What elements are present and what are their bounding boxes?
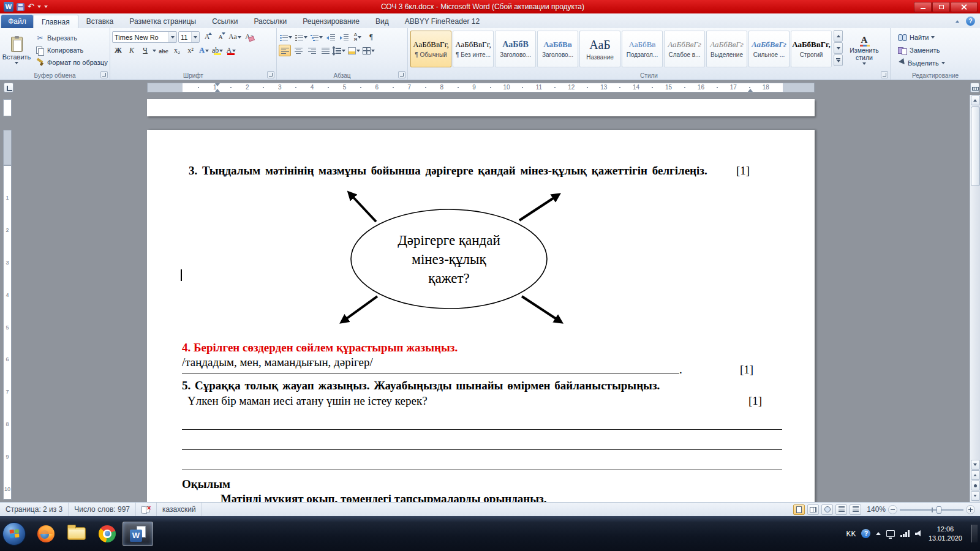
volume-tray-icon[interactable] — [915, 530, 923, 537]
style-emphasis[interactable]: АаБбВвГг Выделение — [706, 31, 747, 67]
clear-formatting-button[interactable]: Аа — [243, 31, 255, 43]
tab-view[interactable]: Вид — [368, 15, 397, 28]
start-button[interactable] — [2, 522, 26, 545]
word-count[interactable]: Число слов: 997 — [69, 503, 136, 516]
line-spacing-button[interactable] — [333, 45, 346, 56]
style-normal[interactable]: АаБбВвГг, ¶ Обычный — [410, 31, 451, 67]
show-marks-button[interactable]: ¶ — [365, 31, 377, 43]
taskbar-word-button[interactable]: W — [123, 522, 153, 546]
browse-object-button[interactable] — [971, 481, 980, 490]
ruler-toggle-button[interactable] — [970, 83, 979, 92]
chevron-down-icon[interactable] — [168, 32, 176, 42]
page-2[interactable]: 3. Тыңдалым мәтінінің мазмұны бойынша дә… — [147, 130, 815, 502]
taskbar-firefox-button[interactable] — [31, 522, 61, 546]
collapse-ribbon-icon[interactable] — [952, 17, 962, 26]
maximize-button[interactable] — [932, 2, 950, 12]
font-size-combo[interactable]: 11 — [178, 31, 200, 43]
zoom-slider[interactable] — [900, 505, 963, 514]
format-painter-button[interactable]: Формат по образцу — [34, 57, 110, 68]
web-layout-view-button[interactable] — [821, 504, 833, 515]
italic-button[interactable]: К — [126, 45, 138, 56]
tray-help-icon[interactable]: ? — [861, 529, 870, 538]
tab-abbyy[interactable]: ABBYY FineReader 12 — [397, 15, 488, 28]
page-indicator[interactable]: Страница: 2 из 3 — [0, 503, 69, 516]
show-desktop-button[interactable] — [971, 525, 978, 543]
taskbar-chrome-button[interactable] — [92, 522, 123, 546]
style-heading2[interactable]: АаБбВв Заголово... — [537, 31, 578, 67]
style-title[interactable]: АаБ Название — [579, 31, 620, 67]
increase-indent-button[interactable] — [338, 31, 350, 43]
help-icon[interactable]: ? — [966, 17, 975, 26]
cut-button[interactable]: ✂ Вырезать — [34, 32, 110, 43]
zoom-out-button[interactable] — [888, 505, 897, 514]
language-switcher[interactable]: KK — [846, 530, 856, 538]
show-hidden-icons-button[interactable] — [876, 532, 881, 535]
align-right-button[interactable] — [306, 45, 318, 56]
tab-file[interactable]: Файл — [1, 15, 33, 28]
zoom-level[interactable]: 140% — [864, 505, 886, 514]
styles-scroll-down-button[interactable] — [834, 42, 843, 54]
underline-dropdown-icon[interactable] — [153, 50, 156, 52]
copy-button[interactable]: Копировать — [34, 45, 110, 56]
taskbar-clock[interactable]: 12:06 13.01.2020 — [929, 525, 962, 543]
shading-button[interactable] — [347, 45, 361, 56]
language-indicator[interactable]: казахский — [157, 503, 202, 516]
select-button[interactable]: Выделить — [896, 58, 978, 69]
font-color-button[interactable]: А — [225, 45, 237, 56]
zoom-in-button[interactable] — [966, 505, 975, 514]
draft-view-button[interactable] — [850, 504, 861, 515]
right-indent-marker[interactable] — [748, 89, 753, 92]
subscript-button[interactable]: x₂ — [171, 45, 183, 56]
superscript-button[interactable]: x² — [184, 45, 197, 56]
tab-references[interactable]: Ссылки — [204, 15, 246, 28]
strikethrough-button[interactable]: abc — [157, 45, 170, 56]
borders-button[interactable] — [362, 45, 375, 56]
tab-mailings[interactable]: Рассылки — [246, 15, 295, 28]
tab-home[interactable]: Главная — [33, 15, 78, 28]
change-styles-button[interactable]: А Изменить стили — [845, 30, 883, 69]
undo-dropdown-icon[interactable] — [37, 6, 41, 8]
qat-customize-icon[interactable] — [44, 6, 48, 8]
save-icon[interactable] — [17, 3, 24, 11]
sort-button[interactable]: А Я — [352, 31, 364, 43]
styles-dialog-launcher-icon[interactable] — [881, 71, 888, 78]
next-page-button[interactable] — [971, 491, 980, 501]
fullscreen-view-button[interactable] — [807, 504, 819, 515]
underline-button[interactable]: Ч — [139, 45, 151, 56]
shrink-font-button[interactable]: А — [214, 31, 227, 43]
previous-page-button[interactable] — [971, 470, 980, 480]
styles-scroll-up-button[interactable] — [834, 30, 843, 42]
style-subtitle[interactable]: АаБбВв Подзагол... — [622, 31, 663, 67]
paragraph-dialog-launcher-icon[interactable] — [398, 71, 405, 78]
close-button[interactable] — [951, 2, 978, 12]
align-left-button[interactable] — [279, 45, 291, 56]
scroll-down-button[interactable] — [971, 460, 980, 470]
paste-button[interactable]: Вставить — [2, 30, 31, 70]
bold-button[interactable]: Ж — [112, 45, 124, 56]
word-app-icon[interactable]: W — [4, 2, 13, 12]
justify-button[interactable] — [319, 45, 331, 56]
style-no-spacing[interactable]: АаБбВвГг, ¶ Без инте... — [453, 31, 494, 67]
tab-insert[interactable]: Вставка — [78, 15, 122, 28]
vertical-scrollbar[interactable] — [970, 95, 980, 502]
tab-selector-button[interactable] — [4, 83, 13, 92]
decrease-indent-button[interactable] — [325, 31, 337, 43]
font-dialog-launcher-icon[interactable] — [267, 71, 274, 78]
outline-view-button[interactable] — [835, 504, 847, 515]
style-intense-emphasis[interactable]: АаБбВвГг Сильное ... — [748, 31, 790, 67]
network-tray-icon[interactable] — [900, 530, 910, 537]
style-heading1[interactable]: АаБбВ Заголово... — [495, 31, 536, 67]
tab-page-layout[interactable]: Разметка страницы — [121, 15, 204, 28]
horizontal-ruler[interactable]: 123456789101112131415161718 — [147, 83, 815, 92]
replace-button[interactable]: Заменить — [896, 45, 978, 56]
style-subtle-emphasis[interactable]: АаБбВвГг Слабое в... — [664, 31, 705, 67]
highlight-button[interactable]: ab — [211, 45, 224, 56]
display-tray-icon[interactable] — [886, 530, 895, 537]
undo-icon[interactable]: ↶ — [28, 2, 34, 11]
scroll-up-button[interactable] — [971, 96, 980, 105]
grow-font-button[interactable]: А — [201, 31, 213, 43]
chevron-down-icon[interactable] — [191, 32, 199, 42]
style-strong[interactable]: АаБбВвГг, Строгий — [791, 31, 832, 67]
bullets-button[interactable] — [279, 31, 293, 43]
print-layout-view-button[interactable] — [793, 504, 805, 515]
